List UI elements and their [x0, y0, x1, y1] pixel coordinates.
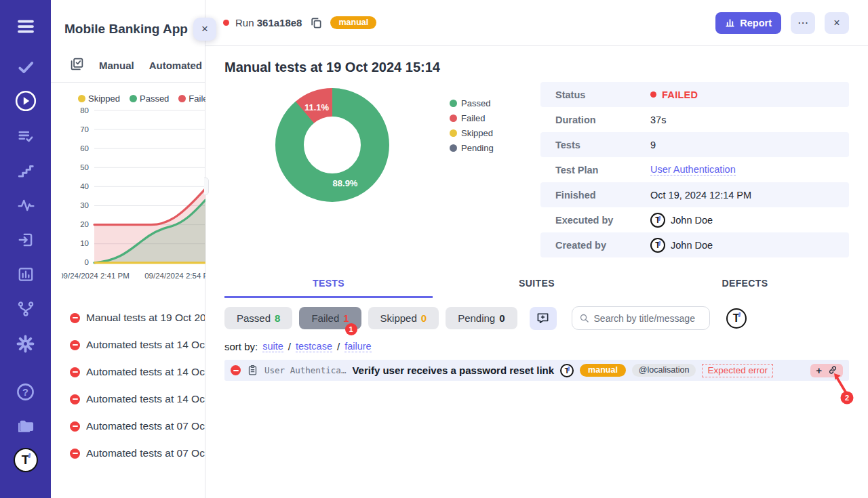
summary-row-finished: FinishedOct 19, 2024 12:14 PM: [540, 182, 849, 207]
sort-row: sort by: suite / testcase / failure: [224, 341, 849, 352]
error-message-badge[interactable]: Expected error: [702, 364, 773, 377]
summary-row-executed-by: Executed by TJohn Doe: [540, 207, 849, 232]
failed-status-icon: [70, 449, 80, 459]
search-box: [572, 306, 710, 330]
result-tabs: TESTS SUITES DEFECTS: [205, 270, 868, 298]
test-title: Verify user receives a password reset li…: [352, 365, 554, 376]
report-chart-icon: [725, 18, 735, 28]
annotation-badge-2: 2: [845, 394, 849, 402]
app-sidebar: ? T: [0, 0, 51, 498]
test-tag[interactable]: @localisation: [632, 364, 696, 377]
avatar: T: [560, 364, 574, 377]
separator: /: [288, 341, 291, 352]
report-button[interactable]: Report: [715, 12, 781, 34]
sort-by-suite-link[interactable]: suite: [262, 341, 283, 352]
svg-text:0: 0: [85, 258, 89, 266]
summary-row-duration: Duration37s: [540, 107, 849, 132]
sign-in-icon[interactable]: [17, 231, 35, 249]
add-defect-button[interactable]: +: [816, 365, 822, 375]
svg-text:?: ?: [22, 387, 28, 398]
svg-text:30: 30: [80, 201, 89, 209]
menu-icon[interactable]: [14, 16, 37, 37]
filter-skipped-button[interactable]: Skipped0: [368, 307, 439, 329]
folder-icon[interactable]: [16, 417, 35, 436]
branch-icon[interactable]: [17, 300, 35, 318]
tab-manual[interactable]: Manual: [99, 60, 134, 71]
row-actions: +: [810, 364, 843, 377]
run-list-item[interactable]: Automated tests at 14 Oct 2024: [70, 386, 205, 413]
failed-status-icon: [70, 340, 80, 350]
failed-status-icon: [70, 367, 80, 377]
activity-icon[interactable]: [17, 196, 35, 214]
tab-suites[interactable]: SUITES: [433, 270, 641, 298]
svg-text:10: 10: [80, 239, 89, 247]
panel-collapse-handle[interactable]: [204, 178, 209, 195]
search-icon: [579, 312, 589, 324]
tab-tests[interactable]: TESTS: [224, 270, 433, 298]
result-donut-chart: 11.1% 88.9%: [275, 87, 390, 203]
svg-text:70: 70: [80, 125, 89, 133]
suite-name: User Authentica…: [264, 365, 346, 375]
testomat-logo[interactable]: T: [14, 448, 38, 472]
donut-legend: Passed Failed Skipped Pending: [450, 98, 494, 153]
close-run-button[interactable]: ×: [825, 12, 849, 34]
avatar: T: [650, 213, 665, 228]
run-list: Manual tests at 19 Oct 2024 Automated te…: [51, 285, 205, 467]
filter-pending-button[interactable]: Pending0: [446, 307, 517, 329]
close-icon: ×: [201, 22, 208, 36]
link-icon[interactable]: [828, 365, 837, 375]
run-title: Manual tests at 19 Oct 2024 15:14: [224, 60, 868, 75]
more-actions-button[interactable]: ⋯: [791, 12, 815, 34]
play-circle-icon[interactable]: [14, 89, 37, 112]
assignee-avatar[interactable]: T: [726, 308, 747, 329]
failed-status-icon: [231, 365, 241, 375]
sort-by-testcase-link[interactable]: testcase: [296, 341, 332, 352]
filter-passed-button[interactable]: Passed8: [224, 307, 292, 329]
help-icon[interactable]: ?: [16, 382, 35, 402]
run-detail: Run 361a18e8 manual Report ⋯ × Manual te…: [205, 0, 868, 498]
tab-automated[interactable]: Automated: [149, 60, 202, 71]
test-result-row[interactable]: User Authentica… Verify user receives a …: [224, 360, 849, 381]
svg-text:20: 20: [80, 220, 89, 228]
run-reference: Run 361a18e8 manual: [223, 16, 376, 30]
copy-run-id-button[interactable]: [308, 16, 324, 30]
summary-row-testplan: Test Plan User Authentication: [540, 157, 849, 182]
list-check-icon[interactable]: [17, 127, 35, 145]
svg-text:60: 60: [80, 144, 89, 152]
trend-area-chart: 80 70 60 50 40 30 20 10 0 09/24/2024 2:4…: [62, 105, 205, 283]
batch-select-icon[interactable]: [70, 57, 84, 74]
run-summary-table: Status FAILED Duration37s Tests9 Test Pl…: [540, 82, 849, 257]
summary-row-created-by: Created by TJohn Doe: [540, 232, 849, 257]
trend-chart-legend: Skipped Passed Failed: [51, 83, 205, 105]
bar-chart-icon[interactable]: [17, 266, 35, 283]
project-title: Mobile Banking App: [64, 22, 188, 37]
close-icon: ×: [833, 17, 840, 29]
filter-failed-button[interactable]: Failed1 1: [299, 307, 361, 329]
clipboard-icon: [247, 365, 258, 376]
search-input[interactable]: [594, 313, 703, 324]
tab-defects[interactable]: DEFECTS: [641, 270, 849, 298]
summary-row-status: Status FAILED: [540, 82, 849, 107]
run-list-item[interactable]: Automated tests at 14 Oct 2024: [70, 331, 205, 358]
test-plan-link[interactable]: User Authentication: [650, 164, 736, 175]
summary-row-tests: Tests9: [540, 132, 849, 157]
avatar: T: [650, 238, 665, 253]
add-comment-button[interactable]: [530, 307, 557, 330]
run-list-item[interactable]: Automated tests at 14 Oct 2024: [70, 358, 205, 386]
svg-text:09/24/2024 2:41 PM: 09/24/2024 2:41 PM: [62, 272, 130, 280]
comment-plus-icon: [536, 312, 549, 325]
sort-label: sort by:: [224, 341, 258, 352]
panel-close-button[interactable]: ×: [193, 18, 216, 41]
svg-text:80: 80: [80, 106, 89, 115]
status-dot-icon: [650, 91, 656, 98]
run-list-item[interactable]: Manual tests at 19 Oct 2024: [70, 304, 205, 331]
run-list-item[interactable]: Automated tests at 07 Oct 2024: [70, 413, 205, 440]
run-id: 361a18e8: [257, 17, 302, 28]
run-list-item[interactable]: Automated tests at 07 Oct 2024: [70, 440, 205, 467]
ellipsis-icon: ⋯: [797, 16, 808, 29]
sort-by-failure-link[interactable]: failure: [344, 341, 372, 352]
failed-dot-icon: [223, 20, 229, 26]
steps-icon[interactable]: [17, 162, 35, 180]
gear-icon[interactable]: [16, 335, 35, 353]
check-icon[interactable]: [17, 58, 35, 76]
